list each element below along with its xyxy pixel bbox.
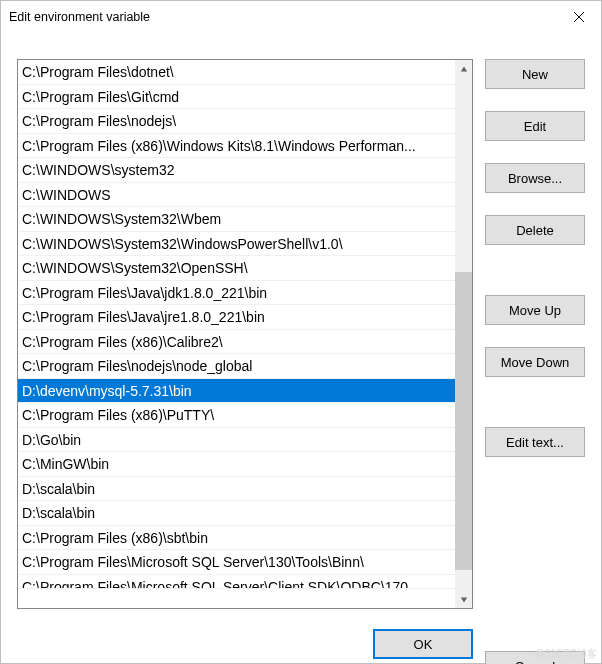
scroll-down-button[interactable] [455, 591, 472, 608]
chevron-up-icon [460, 65, 468, 73]
list-item[interactable]: C:\WINDOWS\System32\WindowsPowerShell\v1… [18, 232, 455, 257]
list-item[interactable]: C:\Program Files\Java\jdk1.8.0_221\bin [18, 281, 455, 306]
dialog-footer: OK Cancel [17, 609, 585, 664]
list-item[interactable]: C:\Program Files (x86)\PuTTY\ [18, 403, 455, 428]
list-item[interactable]: D:\scala\bin [18, 501, 455, 526]
button-column: New Edit Browse... Delete Move Up Move D… [485, 59, 585, 609]
list-item[interactable]: C:\Program Files\dotnet\ [18, 60, 455, 85]
scroll-track[interactable] [455, 77, 472, 591]
scrollbar[interactable] [455, 60, 472, 608]
listbox-viewport: C:\Program Files\dotnet\C:\Program Files… [18, 60, 455, 608]
list-item[interactable]: C:\Program Files (x86)\sbt\bin [18, 526, 455, 551]
list-item[interactable]: C:\Program Files (x86)\Windows Kits\8.1\… [18, 134, 455, 159]
main-row: C:\Program Files\dotnet\C:\Program Files… [17, 33, 585, 609]
list-item[interactable]: C:\WINDOWS [18, 183, 455, 208]
list-item[interactable]: C:\Program Files\Microsoft SQL Server\Cl… [18, 575, 455, 589]
list-item[interactable]: C:\MinGW\bin [18, 452, 455, 477]
path-listbox[interactable]: C:\Program Files\dotnet\C:\Program Files… [17, 59, 473, 609]
close-button[interactable] [556, 1, 601, 33]
list-item[interactable]: C:\Program Files\nodejs\node_global [18, 354, 455, 379]
new-button[interactable]: New [485, 59, 585, 89]
list-item[interactable]: D:\scala\bin [18, 477, 455, 502]
edit-text-button[interactable]: Edit text... [485, 427, 585, 457]
svg-marker-3 [460, 597, 466, 602]
close-icon [574, 12, 584, 22]
move-up-button[interactable]: Move Up [485, 295, 585, 325]
dialog-window: Edit environment variable C:\Program Fil… [0, 0, 602, 664]
scroll-thumb[interactable] [455, 272, 472, 570]
chevron-down-icon [460, 596, 468, 604]
list-item[interactable]: C:\Program Files (x86)\Calibre2\ [18, 330, 455, 355]
delete-button[interactable]: Delete [485, 215, 585, 245]
list-item[interactable]: C:\WINDOWS\system32 [18, 158, 455, 183]
edit-button[interactable]: Edit [485, 111, 585, 141]
list-item[interactable]: D:\devenv\mysql-5.7.31\bin [18, 379, 455, 404]
list-item[interactable]: C:\Program Files\Git\cmd [18, 85, 455, 110]
svg-marker-2 [460, 66, 466, 71]
browse-button[interactable]: Browse... [485, 163, 585, 193]
dialog-body: C:\Program Files\dotnet\C:\Program Files… [1, 33, 601, 664]
list-item[interactable]: C:\Program Files\Java\jre1.8.0_221\bin [18, 305, 455, 330]
list-item[interactable]: C:\Program Files\Microsoft SQL Server\13… [18, 550, 455, 575]
list-item[interactable]: D:\Go\bin [18, 428, 455, 453]
cancel-button[interactable]: Cancel [485, 651, 585, 664]
list-item[interactable]: C:\WINDOWS\System32\Wbem [18, 207, 455, 232]
list-item[interactable]: C:\WINDOWS\System32\OpenSSH\ [18, 256, 455, 281]
ok-button[interactable]: OK [373, 629, 473, 659]
titlebar: Edit environment variable [1, 1, 601, 33]
move-down-button[interactable]: Move Down [485, 347, 585, 377]
scroll-up-button[interactable] [455, 60, 472, 77]
list-item[interactable]: C:\Program Files\nodejs\ [18, 109, 455, 134]
dialog-title: Edit environment variable [9, 10, 150, 24]
